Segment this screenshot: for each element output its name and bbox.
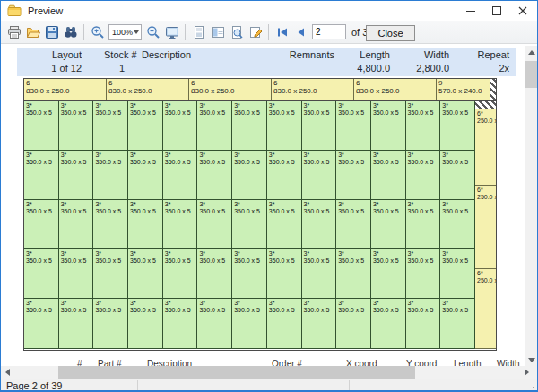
part-piece: 3*350.0 x 5 [336,101,371,151]
previous-page-button[interactable] [292,23,309,41]
part-piece: 3*350.0 x 5 [440,101,475,151]
part-piece: 3*350.0 x 5 [336,200,371,249]
part-piece: 3*350.0 x 5 [93,299,128,349]
page-columns-button[interactable] [209,23,226,41]
minimize-button[interactable] [457,1,483,21]
page-single-icon [192,25,206,39]
part-piece: 3*350.0 x 5 [371,151,406,200]
part-piece: 3*350.0 x 5 [128,299,163,349]
open-button[interactable] [24,23,41,41]
summary-value-stock: 1 [104,63,140,74]
part-piece: 3*350.0 x 5 [163,200,198,249]
statusbar-separator [137,380,138,390]
part-piece: 3*350.0 x 5 [371,200,406,249]
summary-label-remnants: Remnants [281,49,334,60]
zoom-level-dropdown[interactable]: 100% [108,24,142,40]
page-edit-button[interactable] [247,23,264,41]
scroll-left-button[interactable] [1,366,13,379]
nesting-sheet: 6830.0 x 250.06830.0 x 250.06830.0 x 250… [23,78,497,351]
part-piece: 3*350.0 x 5 [59,249,94,299]
stock-strip-piece: 6*250.0 x [475,109,496,186]
preview-window: Preview 100% of 39 Close [0,0,538,392]
maximize-icon [490,4,504,18]
folder-icon [7,4,22,18]
maximize-button[interactable] [483,1,509,21]
part-piece: 3*350.0 x 5 [406,151,441,200]
page-columns-icon [211,25,225,39]
part-piece: 3*350.0 x 5 [59,101,94,151]
toolbar-separator [83,24,84,40]
scroll-right-button[interactable] [520,366,533,379]
summary-label-repeat: Repeat [447,49,509,60]
part-piece: 3*350.0 x 5 [267,151,302,200]
close-button[interactable]: Close [366,25,415,41]
window-controls [457,1,535,21]
stock-strip-row: 6830.0 x 250.06830.0 x 250.06830.0 x 250… [24,79,496,101]
previous-page-icon [294,25,308,39]
part-piece: 3*350.0 x 5 [24,299,59,349]
horizontal-scrollbar[interactable] [1,366,538,379]
part-piece: 3*350.0 x 5 [197,249,232,299]
summary-label-length: Length [327,49,390,60]
stock-strip-piece: 9570.0 x 240.0 [437,79,490,100]
part-piece: 3*350.0 x 5 [371,249,406,299]
scroll-down-button[interactable] [525,353,538,367]
part-piece: 3*350.0 x 5 [440,151,475,200]
part-piece: 3*350.0 x 5 [163,151,198,200]
part-piece: 3*350.0 x 5 [24,151,59,200]
part-piece: 3*350.0 x 5 [371,101,406,151]
monitor-icon [165,25,179,39]
horizontal-scroll-thumb[interactable] [58,366,415,379]
binoculars-icon [64,25,78,39]
page-preview-button[interactable] [228,23,245,41]
part-piece: 3*350.0 x 5 [302,200,337,249]
part-piece: 3*350.0 x 5 [163,299,198,349]
part-piece: 3*350.0 x 5 [302,101,337,151]
part-piece: 3*350.0 x 5 [128,200,163,249]
vertical-scrollbar[interactable] [525,46,538,367]
page-single-button[interactable] [190,23,207,41]
part-piece: 3*350.0 x 5 [93,249,128,299]
first-page-icon [275,25,290,39]
part-piece: 3*350.0 x 5 [302,249,337,299]
zoom-out-button[interactable] [144,23,161,41]
summary-label-layout: Layout [52,49,82,60]
print-icon [7,25,22,39]
find-button[interactable] [62,23,79,41]
page-number-input[interactable] [312,24,346,39]
save-button[interactable] [43,23,60,41]
zoom-in-icon [91,25,105,39]
waste-hatch-area [490,79,496,100]
part-piece: 3*350.0 x 5 [336,151,371,200]
part-piece: 3*350.0 x 5 [232,101,267,151]
part-piece: 3*350.0 x 5 [267,101,302,151]
status-bar: Page 2 of 39 [1,379,537,391]
part-piece: 3*350.0 x 5 [267,200,302,249]
open-folder-icon [26,25,40,39]
part-piece: 3*350.0 x 5 [197,101,232,151]
fit-screen-button[interactable] [163,23,180,41]
part-piece: 3*350.0 x 5 [197,151,232,200]
part-piece: 3*350.0 x 5 [128,249,163,299]
stock-strip-piece: 6*250.0 x [475,186,496,269]
first-page-button[interactable] [273,23,291,41]
part-piece: 3*350.0 x 5 [24,249,59,299]
part-piece: 3*350.0 x 5 [163,101,198,151]
scroll-up-button[interactable] [525,46,538,59]
zoom-in-button[interactable] [89,23,106,41]
summary-value-repeat: 2x [447,63,509,74]
part-piece: 3*350.0 x 5 [336,249,371,299]
part-piece: 3*350.0 x 5 [440,299,475,349]
part-piece: 3*350.0 x 5 [24,200,59,249]
part-piece: 3*350.0 x 5 [406,249,441,299]
layout-summary-band: Layout Stock # Description Remnants Leng… [17,48,516,76]
part-piece: 3*350.0 x 5 [59,299,94,349]
vertical-scroll-thumb[interactable] [525,61,538,88]
save-icon [45,25,59,39]
print-button[interactable] [5,23,22,41]
arrow-down-icon [528,358,535,362]
close-window-button[interactable] [509,1,535,21]
resize-grip-icon[interactable] [533,387,534,388]
summary-value-length: 4,800.0 [327,63,390,74]
right-column: 6*250.0 x6*250.0 x6*250.0 x [475,101,496,349]
